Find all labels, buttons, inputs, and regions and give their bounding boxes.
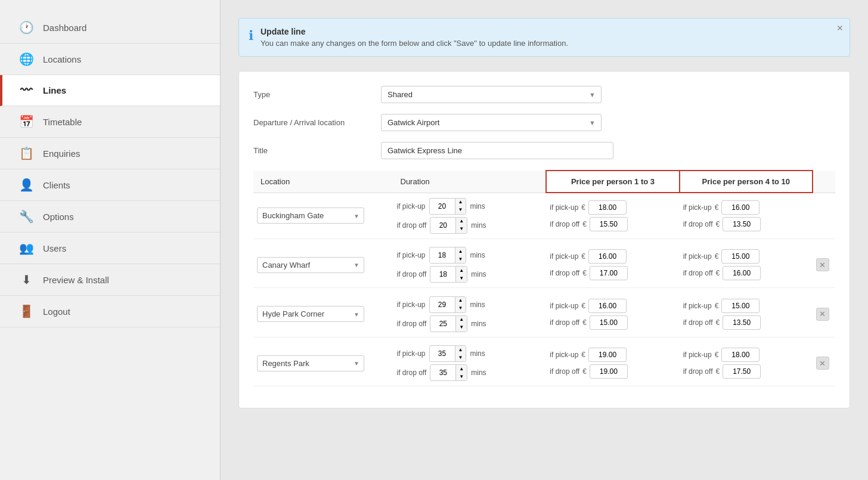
departure-select[interactable]: Gatwick Airport Heathrow Airport London … <box>381 114 602 131</box>
sidebar-item-enquiries[interactable]: 📋 Enquiries <box>0 138 220 169</box>
banner-title: Update line <box>261 27 568 36</box>
pickup-decrement-button[interactable]: ▼ <box>455 354 466 361</box>
duration-cell: if pick-up ▲ ▼ mins if drop off ▲ ▼ <box>393 242 547 288</box>
price1-dropoff-input[interactable] <box>590 315 628 330</box>
sidebar-item-timetable[interactable]: 📅 Timetable <box>0 106 220 138</box>
col-header-location: Location <box>253 171 393 193</box>
dropoff-duration-input[interactable] <box>430 219 455 232</box>
sidebar-item-dashboard[interactable]: 🕐 Dashboard <box>0 12 220 44</box>
options-icon: 🔧 <box>18 209 35 224</box>
sidebar-item-label: Users <box>43 243 66 253</box>
price1-pickup-input[interactable] <box>588 200 627 215</box>
close-banner-button[interactable]: ✕ <box>836 23 844 33</box>
location-select[interactable]: Buckingham Gate <box>257 208 364 224</box>
sidebar-item-locations[interactable]: 🌐 Locations <box>0 44 220 75</box>
if-pickup-label: if pick-up <box>683 252 712 261</box>
sidebar-item-lines[interactable]: 〰 Lines <box>0 75 220 106</box>
location-select[interactable]: Regents Park <box>257 355 364 371</box>
dropoff-duration-input-wrap: ▲ ▼ <box>430 315 467 332</box>
dropoff-decrement-button[interactable]: ▼ <box>456 373 467 380</box>
price2-pickup-row: if pick-up € <box>683 249 809 264</box>
price1-cell: if pick-up € if drop off € <box>546 193 679 239</box>
type-select[interactable]: Shared Private Shuttle <box>381 86 602 103</box>
pickup-increment-button[interactable]: ▲ <box>455 297 466 305</box>
delete-row-button[interactable]: ✕ <box>816 308 829 321</box>
price2-dropoff-input[interactable] <box>723 315 761 330</box>
currency-symbol: € <box>715 252 719 261</box>
location-select[interactable]: Canary Wharf <box>257 257 364 273</box>
mins-label: mins <box>470 301 485 309</box>
price1-dropoff-input[interactable] <box>590 266 628 280</box>
dropoff-increment-button[interactable]: ▲ <box>456 365 467 373</box>
pickup-increment-button[interactable]: ▲ <box>455 346 466 354</box>
dropoff-decrement-button[interactable]: ▼ <box>456 225 467 233</box>
dropoff-duration-input[interactable] <box>430 366 455 379</box>
price1-dropoff-input[interactable] <box>590 217 628 231</box>
sidebar-item-clients[interactable]: 👤 Clients <box>0 169 220 201</box>
price2-pickup-input[interactable] <box>721 249 760 264</box>
currency-symbol: € <box>715 220 720 228</box>
price1-pickup-input[interactable] <box>588 348 627 362</box>
dropoff-spinner: ▲ ▼ <box>455 267 467 282</box>
dashboard-icon: 🕐 <box>18 20 35 35</box>
price2-dropoff-input[interactable] <box>723 266 761 280</box>
price1-dropoff-input[interactable] <box>590 364 628 379</box>
dropoff-duration-input[interactable] <box>430 317 455 330</box>
sidebar-item-preview-install[interactable]: ⬇ Preview & Install <box>0 264 220 296</box>
delete-row-button[interactable]: ✕ <box>816 258 829 271</box>
price1-pickup-input[interactable] <box>588 299 627 313</box>
pickup-duration-input[interactable] <box>430 200 455 213</box>
sidebar-item-logout[interactable]: 🚪 Logout <box>0 296 220 327</box>
dropoff-duration-input[interactable] <box>430 268 455 281</box>
price2-pickup-input[interactable] <box>721 348 760 362</box>
price1-pickup-input[interactable] <box>588 249 627 264</box>
pickup-duration-row: if pick-up ▲ ▼ mins <box>397 345 543 362</box>
dropoff-increment-button[interactable]: ▲ <box>456 316 467 324</box>
dropoff-increment-button[interactable]: ▲ <box>456 267 467 274</box>
location-cell: Hyde Park Corner <box>253 292 393 337</box>
price2-dropoff-input[interactable] <box>723 217 761 231</box>
sidebar-item-label: Preview & Install <box>43 275 109 285</box>
pickup-decrement-button[interactable]: ▼ <box>455 255 466 263</box>
price1-pickup-row: if pick-up € <box>550 299 675 313</box>
pickup-duration-row: if pick-up ▲ ▼ mins <box>397 296 543 313</box>
duration-group: if pick-up ▲ ▼ mins if drop off ▲ ▼ <box>397 294 543 335</box>
price2-pickup-input[interactable] <box>721 200 760 215</box>
sidebar-item-users[interactable]: 👥 Users <box>0 233 220 264</box>
pickup-increment-button[interactable]: ▲ <box>455 199 466 206</box>
pickup-decrement-button[interactable]: ▼ <box>455 305 466 312</box>
location-select[interactable]: Hyde Park Corner <box>257 306 364 322</box>
delete-row-button[interactable]: ✕ <box>816 357 829 370</box>
price2-dropoff-input[interactable] <box>723 364 761 379</box>
dropoff-duration-row: if drop off ▲ ▼ mins <box>397 217 543 234</box>
pickup-spinner: ▲ ▼ <box>455 346 466 361</box>
currency-symbol: € <box>715 302 719 310</box>
if-pickup-label: if pick-up <box>550 302 578 310</box>
currency-symbol: € <box>581 351 585 359</box>
currency-symbol: € <box>715 203 719 212</box>
sidebar-item-options[interactable]: 🔧 Options <box>0 201 220 233</box>
pickup-duration-input[interactable] <box>430 298 455 311</box>
table-row: Canary Wharf if pick-up ▲ ▼ mins if drop… <box>253 242 835 288</box>
price2-pickup-input[interactable] <box>721 299 760 313</box>
duration-cell: if pick-up ▲ ▼ mins if drop off ▲ ▼ <box>393 292 547 337</box>
pickup-duration-input[interactable] <box>430 347 455 360</box>
delete-cell: ✕ <box>813 340 835 386</box>
mins-label: mins <box>471 270 486 278</box>
pickup-increment-button[interactable]: ▲ <box>455 247 466 255</box>
pickup-decrement-button[interactable]: ▼ <box>455 206 466 214</box>
table-row: Regents Park if pick-up ▲ ▼ mins if drop… <box>253 340 835 386</box>
location-cell: Buckingham Gate <box>253 193 393 239</box>
price1-cell: if pick-up € if drop off € <box>546 292 679 337</box>
dropoff-decrement-button[interactable]: ▼ <box>456 274 467 282</box>
pickup-duration-input[interactable] <box>430 249 455 262</box>
dropoff-decrement-button[interactable]: ▼ <box>456 324 467 332</box>
dropoff-duration-row: if drop off ▲ ▼ mins <box>397 315 543 332</box>
price2-group: if pick-up € if drop off € <box>683 200 809 231</box>
dropoff-duration-input-wrap: ▲ ▼ <box>430 266 467 283</box>
title-input[interactable] <box>381 142 613 159</box>
dropoff-increment-button[interactable]: ▲ <box>456 218 467 225</box>
if-dropoff-label: if drop off <box>550 220 579 228</box>
duration-cell: if pick-up ▲ ▼ mins if drop off ▲ ▼ <box>393 193 547 239</box>
if-pickup-label: if pick-up <box>550 203 578 212</box>
